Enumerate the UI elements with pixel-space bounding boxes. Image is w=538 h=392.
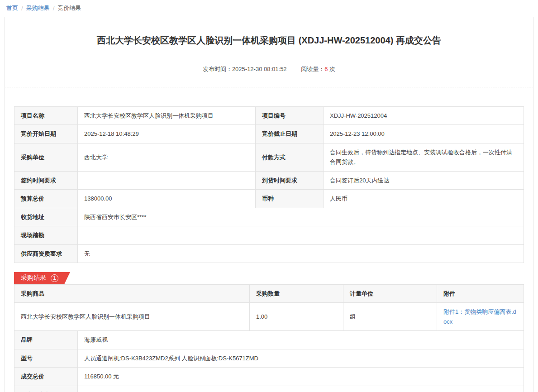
table-row: 竞价开始日期 2025-12-18 10:48:29 竞价截止日期 2025-1… <box>14 125 524 143</box>
table-row: 供应商资质要求 无 <box>14 244 524 263</box>
view-count-label: 阅读量： <box>301 66 324 72</box>
field-value: 人民币 <box>324 190 524 208</box>
model-value: 人员通道闸机:DS-K3B423ZMD2系列 人脸识别面板:DS-K5671ZM… <box>78 349 524 367</box>
column-header: 采购数量 <box>250 284 343 302</box>
publish-time-label: 发布时间： <box>203 66 232 72</box>
field-label: 供应商资质要求 <box>14 244 78 263</box>
announcement-content: 项目名称 西北大学长安校区教学区人脸识别一体机采购项目 项目编号 XDJJ-HW… <box>5 87 533 392</box>
breadcrumb-home-link[interactable]: 首页 <box>6 4 18 12</box>
field-label: 付款方式 <box>256 143 324 171</box>
field-value: 西北大学长安校区教学区人脸识别一体机采购项目 <box>78 107 256 125</box>
field-value <box>78 226 524 244</box>
field-value: 2025-12-23 12:00:00 <box>324 125 524 143</box>
field-label: 到货时间要求 <box>256 171 324 189</box>
field-label: 预算总价 <box>14 190 78 208</box>
field-label: 成交总价 <box>14 368 78 386</box>
publish-time: 发布时间：2025-12-30 08:01:52 <box>203 66 287 72</box>
budget-total-price: 138000.00 <box>78 190 256 208</box>
field-label: 币种 <box>256 190 324 208</box>
table-row: 现场踏勘 <box>14 226 524 244</box>
table-row: 预算总价 138000.00 币种 人民币 <box>14 190 524 208</box>
field-label: 项目名称 <box>14 107 78 125</box>
supplier-value: 陕西基品电子科技有限公司 <box>78 386 524 392</box>
table-row: 西北大学长安校区教学区人脸识别一体机采购项目 1.00 组 附件1：货物类响应偏… <box>14 303 524 331</box>
field-value: 西北大学 <box>78 143 256 171</box>
goods-unit: 组 <box>343 303 437 331</box>
table-header-row: 采购商品 采购数量 计量单位 附件 <box>14 284 524 302</box>
field-value: XDJJ-HW-202512004 <box>324 107 524 125</box>
column-header: 计量单位 <box>343 284 437 302</box>
view-count-value: 6 <box>324 66 328 72</box>
breadcrumb-current-page: 竞价结果 <box>57 4 81 12</box>
breadcrumb-separator: / <box>53 5 55 12</box>
field-label: 现场踏勘 <box>14 226 78 244</box>
table-row: 成交总价 116850.00 元 <box>14 368 524 386</box>
field-value: 2025-12-18 10:48:29 <box>78 125 256 143</box>
field-label: 竞价截止日期 <box>256 125 324 143</box>
table-row: 型号 人员通道闸机:DS-K3B423ZMD2系列 人脸识别面板:DS-K567… <box>14 349 524 367</box>
goods-table: 采购商品 采购数量 计量单位 附件 西北大学长安校区教学区人脸识别一体机采购项目… <box>14 284 524 331</box>
attachment-link[interactable]: 附件1：货物类响应偏离表.docx <box>443 308 516 325</box>
field-label: 竞价开始日期 <box>14 125 78 143</box>
table-row: 成交供应商 陕西基品电子科技有限公司 <box>14 386 524 392</box>
goods-name: 西北大学长安校区教学区人脸识别一体机采购项目 <box>14 303 250 331</box>
result-badge-row: 采购结果 1 <box>14 272 524 284</box>
field-label: 采购单位 <box>14 143 78 171</box>
field-value: 无 <box>78 244 524 263</box>
field-label: 成交供应商 <box>14 386 78 392</box>
table-row: 品牌 海康威视 <box>14 331 524 349</box>
field-label: 型号 <box>14 349 78 367</box>
announcement-card: 西北大学长安校区教学区人脸识别一体机采购项目 (XDJJ-HW-20251200… <box>5 17 533 392</box>
field-value <box>78 171 256 189</box>
brand-value: 海康威视 <box>78 331 524 349</box>
badge-label: 采购结果 <box>21 274 46 282</box>
table-row: 收货地址 陕西省西安市长安区**** <box>14 208 524 226</box>
column-header: 附件 <box>437 284 524 302</box>
table-row: 项目名称 西北大学长安校区教学区人脸识别一体机采购项目 项目编号 XDJJ-HW… <box>14 107 524 125</box>
title-section: 西北大学长安校区教学区人脸识别一体机采购项目 (XDJJ-HW-20251200… <box>5 17 533 73</box>
badge-count: 1 <box>51 274 58 282</box>
deal-detail-table: 品牌 海康威视 型号 人员通道闸机:DS-K3B423ZMD2系列 人脸识别面板… <box>14 330 524 392</box>
table-row: 签约时间要求 到货时间要求 合同签订后20天内送达 <box>14 171 524 189</box>
field-value: 合同签订后20天内送达 <box>324 171 524 189</box>
view-count-suffix: 次 <box>329 66 335 72</box>
procurement-result-badge: 采购结果 1 <box>14 272 70 284</box>
page-title: 西北大学长安校区教学区人脸识别一体机采购项目 (XDJJ-HW-20251200… <box>14 34 524 46</box>
field-label: 品牌 <box>14 331 78 349</box>
field-value: 合同生效后，待货物到达指定地点、安装调试验收合格后，一次性付清合同货款。 <box>324 143 524 171</box>
breadcrumb: 首页 / 采购结果 / 竞价结果 <box>0 0 538 16</box>
field-label: 项目编号 <box>256 107 324 125</box>
table-row: 采购单位 西北大学 付款方式 合同生效后，待货物到达指定地点、安装调试验收合格后… <box>14 143 524 171</box>
breadcrumb-procurement-results-link[interactable]: 采购结果 <box>26 4 50 12</box>
goods-quantity: 1.00 <box>250 303 343 331</box>
breadcrumb-separator: / <box>21 5 23 12</box>
announcement-meta: 发布时间：2025-12-30 08:01:52 阅读量：6 次 <box>14 65 524 73</box>
project-info-table: 项目名称 西北大学长安校区教学区人脸识别一体机采购项目 项目编号 XDJJ-HW… <box>14 106 524 263</box>
view-count: 阅读量：6 次 <box>301 66 335 72</box>
field-label: 收货地址 <box>14 208 78 226</box>
deal-total-price: 116850.00 元 <box>78 368 524 386</box>
field-label: 签约时间要求 <box>14 171 78 189</box>
column-header: 采购商品 <box>14 284 250 302</box>
publish-time-value: 2025-12-30 08:01:52 <box>232 66 287 72</box>
field-value: 陕西省西安市长安区**** <box>78 208 524 226</box>
